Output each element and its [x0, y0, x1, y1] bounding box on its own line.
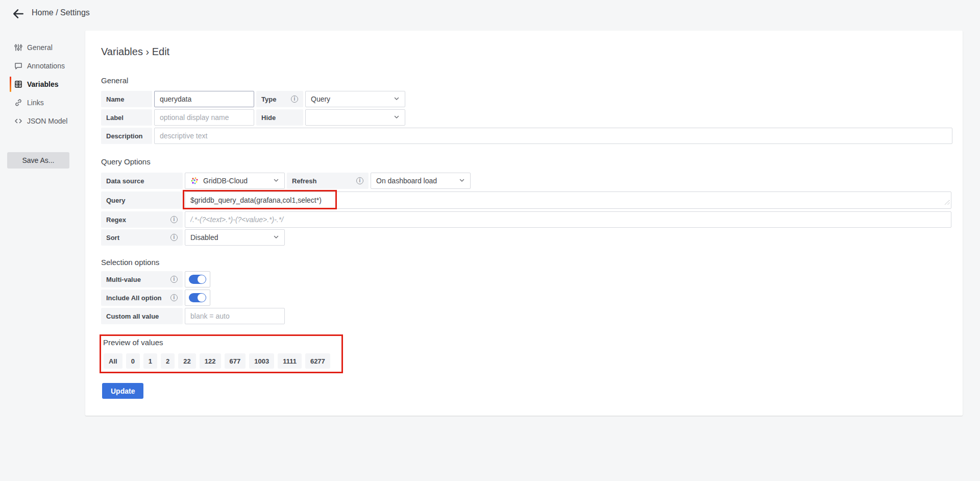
- general-heading: General: [101, 76, 128, 85]
- query-options-heading: Query Options: [101, 157, 151, 166]
- regex-label: Regex: [101, 211, 183, 228]
- sliders-icon: [14, 43, 22, 52]
- sidebar-item-general[interactable]: General: [0, 38, 85, 57]
- header: Home / Settings: [0, 0, 980, 28]
- regex-row: Regex: [101, 211, 953, 228]
- sort-label: Sort: [101, 229, 183, 246]
- sidebar-item-annotations[interactable]: Annotations: [0, 57, 85, 75]
- chevron-down-icon: [273, 233, 279, 242]
- sidebar-item-links[interactable]: Links: [0, 93, 85, 112]
- preview-heading: Preview of values: [103, 338, 163, 347]
- label-input[interactable]: [154, 109, 254, 126]
- code-icon: [14, 117, 22, 126]
- sort-row: Sort Disabled: [101, 229, 287, 246]
- data-source-select[interactable]: GridDB-Cloud: [185, 173, 285, 189]
- breadcrumb: Home / Settings: [32, 8, 90, 17]
- save-as-button[interactable]: Save As...: [7, 152, 69, 169]
- sidebar-item-label: Links: [27, 99, 44, 107]
- info-icon: [170, 216, 178, 223]
- preview-chip[interactable]: 0: [126, 353, 140, 369]
- description-row: Description: [101, 128, 954, 144]
- grid-icon: [14, 80, 22, 89]
- sort-select[interactable]: Disabled: [185, 229, 285, 246]
- link-icon: [14, 99, 22, 107]
- info-icon: [170, 294, 178, 301]
- back-button[interactable]: [11, 7, 26, 21]
- toggle-pill: [189, 275, 206, 284]
- regex-input[interactable]: [185, 211, 951, 228]
- multi-value-toggle[interactable]: [185, 271, 210, 287]
- toggle-pill: [189, 293, 206, 302]
- refresh-label: Refresh: [287, 173, 369, 189]
- custom-all-label: Custom all value: [101, 308, 183, 324]
- custom-all-row: Custom all value: [101, 308, 287, 324]
- chevron-down-icon: [394, 95, 400, 103]
- sidebar-item-label: Annotations: [27, 62, 65, 70]
- preview-values: All 0 1 2 22 122 677 1003 1111 6277: [104, 353, 330, 369]
- query-input[interactable]: [185, 191, 951, 209]
- update-button[interactable]: Update: [102, 383, 143, 399]
- settings-sidebar: General Annotations Variables: [0, 38, 85, 130]
- name-row: Name Type Query: [101, 91, 407, 107]
- custom-all-input[interactable]: [185, 308, 285, 324]
- label-row: Label Hide: [101, 109, 407, 126]
- chevron-down-icon: [394, 113, 400, 122]
- preview-chip[interactable]: 122: [200, 353, 221, 369]
- sidebar-item-label: Variables: [27, 80, 59, 88]
- settings-page: Home / Settings General Annotations: [0, 0, 980, 481]
- hide-label: Hide: [256, 109, 303, 126]
- preview-chip[interactable]: 1003: [249, 353, 274, 369]
- preview-chip[interactable]: 1: [143, 353, 157, 369]
- variables-edit-card: Variables › Edit General Name Type Query…: [85, 31, 963, 416]
- query-label: Query: [101, 191, 183, 209]
- name-input[interactable]: [154, 91, 254, 107]
- preview-chip[interactable]: 22: [178, 353, 195, 369]
- griddb-logo-icon: [190, 177, 199, 185]
- type-label: Type: [256, 91, 303, 107]
- sidebar-item-label: JSON Model: [27, 117, 67, 125]
- comment-icon: [14, 62, 22, 70]
- include-all-toggle[interactable]: [185, 290, 210, 306]
- multi-value-row: Multi-value: [101, 271, 210, 287]
- preview-chip[interactable]: 1111: [278, 353, 302, 369]
- label-label: Label: [101, 109, 152, 126]
- page-title: Variables › Edit: [101, 46, 169, 58]
- chevron-down-icon: [273, 177, 279, 185]
- selection-options-heading: Selection options: [101, 258, 159, 267]
- name-label: Name: [101, 91, 152, 107]
- include-all-label: Include All option: [101, 290, 183, 306]
- data-source-row: Data source GridDB-Cloud: [101, 173, 473, 189]
- arrow-left-icon: [12, 14, 25, 22]
- description-input[interactable]: [154, 128, 952, 144]
- sidebar-item-json-model[interactable]: JSON Model: [0, 112, 85, 130]
- preview-chip[interactable]: All: [104, 353, 122, 369]
- preview-chip[interactable]: 6277: [305, 353, 330, 369]
- sidebar-item-label: General: [27, 43, 53, 52]
- multi-value-label: Multi-value: [101, 271, 183, 287]
- sidebar-item-variables[interactable]: Variables: [0, 75, 85, 93]
- preview-chip[interactable]: 2: [161, 353, 175, 369]
- chevron-down-icon: [459, 177, 465, 185]
- type-select[interactable]: Query: [305, 91, 405, 107]
- include-all-row: Include All option: [101, 290, 210, 306]
- preview-chip[interactable]: 677: [225, 353, 246, 369]
- info-icon: [170, 234, 178, 241]
- description-label: Description: [101, 128, 152, 144]
- query-row: Query: [101, 191, 953, 209]
- info-icon: [170, 276, 178, 283]
- info-icon: [291, 95, 298, 103]
- hide-select[interactable]: [305, 109, 405, 126]
- refresh-select[interactable]: On dashboard load: [371, 173, 471, 189]
- info-icon: [356, 177, 363, 184]
- data-source-label: Data source: [101, 173, 183, 189]
